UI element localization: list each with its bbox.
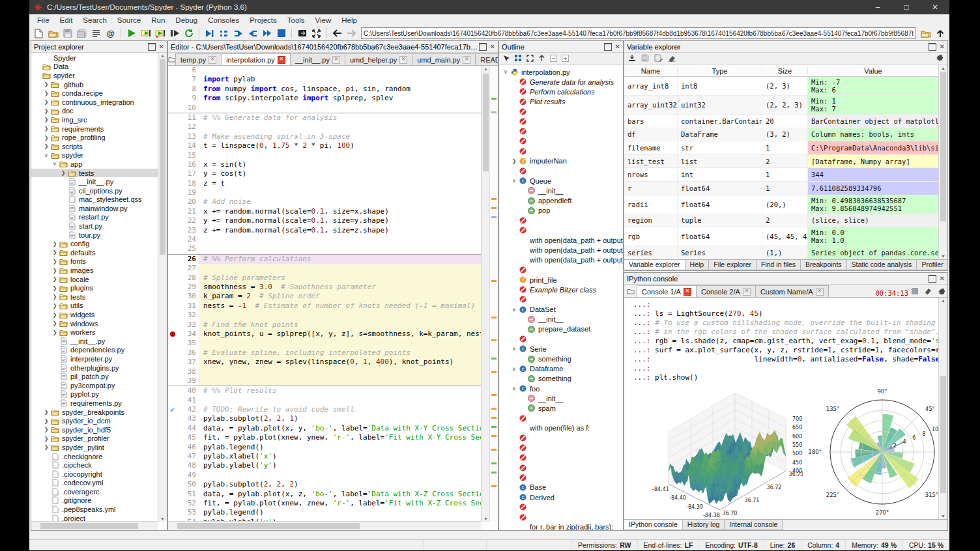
outline-item[interactable]: Example Bitzer class <box>499 285 623 294</box>
code-line-49[interactable]: 49 <box>168 471 481 480</box>
chevron-right-icon[interactable]: ❯ <box>42 409 50 415</box>
rerun-icon[interactable] <box>182 27 195 40</box>
close-tab-icon[interactable]: ✕ <box>209 56 216 64</box>
editor-tab-temp-py[interactable]: temp.py✕ <box>175 53 222 65</box>
outline-item[interactable]: something <box>499 374 623 384</box>
code-line-26[interactable]: 26# %% Perform calculations <box>168 254 481 264</box>
code-line-50[interactable]: 50pylab.subplot(2, 2, 2) <box>168 480 481 489</box>
maximize-button[interactable]: □ <box>892 0 921 14</box>
pane-tab-help[interactable]: Help <box>685 260 710 270</box>
project-tree-item[interactable]: .ciocheck <box>31 460 158 470</box>
table-row-df[interactable]: dfDataFrame(3, 2)Column names: bools, in… <box>624 128 939 142</box>
chevron-right-icon[interactable]: ❯ <box>51 241 59 247</box>
outline-item[interactable]: Perform calculations <box>499 87 623 96</box>
menu-run[interactable]: Run <box>146 16 170 24</box>
code-line-9[interactable]: 9from scipy.interpolate import splprep, … <box>168 94 481 103</box>
menu-view[interactable]: View <box>310 16 337 24</box>
project-tree-item[interactable]: ❯tests <box>31 292 158 302</box>
save-all-icon[interactable] <box>75 27 89 40</box>
chevron-down-icon[interactable]: ∨ <box>510 346 518 352</box>
browse-tabs-icon[interactable] <box>624 285 637 297</box>
project-tree-item[interactable]: Data <box>31 63 158 72</box>
outline-item[interactable] <box>499 265 623 275</box>
chevron-right-icon[interactable]: ❯ <box>51 276 59 282</box>
project-tree-vscrollbar[interactable]: ▲▼ <box>158 53 167 522</box>
outline-item[interactable]: Generate data for analysis <box>499 77 623 87</box>
column-header-size[interactable]: Size <box>762 67 808 75</box>
code-line-52[interactable]: 52fit, = pylab.plot(xnew, znew, 'r-', la… <box>168 499 481 508</box>
run-selection-icon[interactable] <box>167 27 181 40</box>
editor-tab-umd-helper-py[interactable]: umd_helper.py✕ <box>345 53 412 65</box>
console-vscrollbar[interactable]: ▲▼ <box>938 298 947 519</box>
outline-item[interactable] <box>499 433 623 443</box>
project-tree-item[interactable]: __init__.py <box>31 177 158 186</box>
close-pane-icon[interactable]: ✕ <box>615 44 620 50</box>
editor-vscrollbar[interactable]: ▲▼ <box>481 66 490 522</box>
code-line-43[interactable]: 43pylab.subplot(2, 2, 1) <box>168 414 481 423</box>
code-line-29[interactable]: 29smoothness = 3.0 # Smoothness paramete… <box>168 283 481 292</box>
code-line-33[interactable]: 33# Find the knot points <box>168 320 481 330</box>
remove-variables-icon[interactable] <box>668 53 676 64</box>
outline-item[interactable]: __init__ <box>499 315 623 324</box>
code-line-11[interactable]: 11# %% Generate data for analysis <box>168 113 481 122</box>
chevron-down-icon[interactable]: ∨ <box>42 152 50 158</box>
code-editor[interactable]: 67import pylab8from numpy import cos, li… <box>168 66 481 522</box>
outline-item[interactable]: ❯fimputerNan <box>499 156 623 166</box>
save-data-icon[interactable] <box>641 53 649 64</box>
chevron-right-icon[interactable]: ❯ <box>51 294 59 300</box>
project-tree-item[interactable]: otherplugins.py <box>31 363 158 373</box>
code-line-45[interactable]: 45fit, = pylab.plot(xnew, ynew, 'r-', la… <box>168 433 481 442</box>
save-data-as-icon[interactable] <box>654 53 663 64</box>
pane-tab-static-code-analysis[interactable]: Static code analysis <box>846 260 917 270</box>
go-to-cursor-icon[interactable] <box>503 53 510 64</box>
project-tree-item[interactable]: ❯widgets <box>31 310 158 319</box>
project-tree-item[interactable]: .gitignore <box>31 496 158 505</box>
chevron-right-icon[interactable]: ❯ <box>51 259 59 264</box>
project-tree-item[interactable]: ❯spyder_io_dcm <box>31 416 158 425</box>
outline-item[interactable] <box>499 216 623 225</box>
project-tree-item[interactable]: cli_options.py <box>31 186 158 195</box>
column-header-name[interactable]: Name <box>624 67 678 75</box>
editor-tab-readme-md[interactable]: README.md✕ <box>475 53 498 65</box>
project-tree-item[interactable]: ❯utils <box>31 302 158 311</box>
code-line-41[interactable]: 41 <box>168 396 481 405</box>
close-button[interactable]: ✕ <box>921 0 949 14</box>
chevron-right-icon[interactable]: ❯ <box>51 285 59 291</box>
close-tab-icon[interactable]: ✕ <box>743 288 751 296</box>
project-tree-item[interactable]: ❯config <box>31 239 158 248</box>
code-line-24[interactable]: 24 <box>168 235 481 244</box>
chevron-right-icon[interactable]: ❯ <box>42 108 50 114</box>
project-tree-item[interactable]: ❯spyder_io_hdf5 <box>31 425 158 434</box>
run-cell-advance-icon[interactable] <box>153 27 167 40</box>
outline-item[interactable]: Plot results <box>499 97 623 107</box>
outline-item[interactable] <box>499 294 623 304</box>
menu-help[interactable]: Help <box>336 16 362 24</box>
undock-icon[interactable] <box>929 43 936 51</box>
menu-search[interactable]: Search <box>78 16 111 24</box>
code-line-42[interactable]: ✔42# TODO: Rewrite to avoid code smell <box>168 405 481 414</box>
table-row-nrows[interactable]: nrowsint1344 <box>624 168 939 182</box>
console-tab-custom-name-a[interactable]: Custom Name/A✕ <box>755 285 829 297</box>
outline-item[interactable] <box>499 463 623 473</box>
debug-continue-icon[interactable] <box>260 27 274 40</box>
chevron-right-icon[interactable]: ❯ <box>42 126 50 132</box>
code-line-14[interactable]: 14t = linspace(0, 1.75 * 2 * pi, 100) <box>168 141 481 150</box>
menu-consoles[interactable]: Consoles <box>203 16 244 24</box>
chevron-right-icon[interactable]: ❯ <box>42 81 50 87</box>
outline-item[interactable] <box>499 136 623 146</box>
code-line-21[interactable]: 21x += random.normal(scale=0.1, size=x.s… <box>168 207 481 216</box>
code-line-12[interactable]: 12 <box>168 122 481 132</box>
code-line-47[interactable]: 47pylab.xlabel('x') <box>168 452 481 461</box>
project-tree-item[interactable]: ❯fonts <box>31 257 158 266</box>
project-tree-item[interactable]: pil_patch.py <box>31 372 158 381</box>
undock-icon[interactable] <box>604 43 612 51</box>
outline-item[interactable]: ∨interpolation.py <box>499 67 623 77</box>
code-line-6[interactable]: 6 <box>168 66 481 75</box>
project-tree-item[interactable]: .checkignore <box>31 452 158 461</box>
save-file-icon[interactable] <box>61 27 74 40</box>
project-tree-item[interactable]: tour.py <box>31 231 158 240</box>
column-header-value[interactable]: Value <box>808 67 939 75</box>
close-pane-icon[interactable]: ✕ <box>940 44 945 50</box>
code-line-28[interactable]: 28# Spline parameters <box>168 274 481 283</box>
variable-table-vscrollbar[interactable]: ▲▼ <box>938 65 947 259</box>
